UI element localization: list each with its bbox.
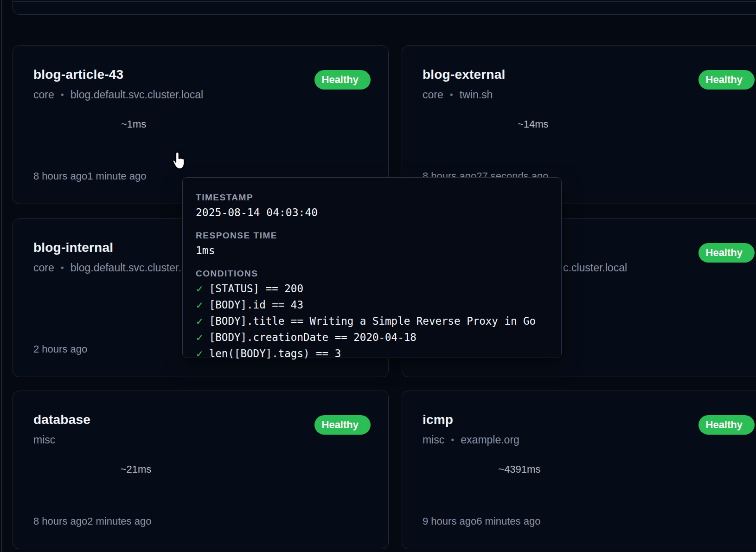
top-card-divider bbox=[13, 1, 756, 2]
condition-row: ✓[BODY].id == 43 bbox=[196, 299, 548, 315]
status-dashboard: { "page": { "bg": "#050911", "card_bg": … bbox=[0, 0, 756, 552]
endpoint-address: twin.sh bbox=[460, 89, 493, 101]
top-partial-card[interactable] bbox=[13, 0, 756, 15]
uptime-strip: ~1ms 8 hours ago 1 minute ago bbox=[33, 118, 146, 182]
uptime-bars bbox=[423, 135, 549, 166]
uptime-strip: ~4391ms 9 hours ago 6 minutes ago bbox=[423, 463, 540, 527]
condition-text: len([BODY].tags) == 3 bbox=[209, 347, 341, 359]
status-badge-label: Healthy bbox=[322, 74, 359, 86]
condition-row: ✓[STATUS] == 200 bbox=[196, 282, 548, 299]
endpoint-subtitle: misc • example.org bbox=[423, 434, 519, 446]
check-icon: ✓ bbox=[196, 300, 204, 311]
response-time-label bbox=[33, 291, 87, 303]
status-badge-label: Healthy bbox=[322, 419, 359, 431]
endpoint-address-fragment: c.cluster.local bbox=[563, 262, 627, 274]
condition-text: [BODY].creationDate == 2020-04-18 bbox=[209, 331, 416, 343]
endpoint-subtitle: core • twin.sh bbox=[423, 89, 493, 101]
status-badge: Healthy bbox=[314, 70, 371, 90]
status-badge-label: Healthy bbox=[706, 247, 743, 259]
footer-oldest-label: 2 hours ago bbox=[33, 343, 87, 355]
endpoint-title: blog-external bbox=[423, 67, 505, 82]
status-badge: Healthy bbox=[698, 415, 755, 435]
uptime-bars bbox=[423, 480, 540, 511]
endpoint-subtitle: core • blog.default.svc.cluster.local bbox=[33, 89, 203, 101]
endpoint-title: blog-article-43 bbox=[33, 67, 123, 82]
endpoint-subtitle: misc bbox=[33, 434, 55, 446]
status-badge-label: Healthy bbox=[706, 419, 743, 431]
status-badge-label: Healthy bbox=[706, 74, 743, 86]
footer-newest-label: 2 minutes ago bbox=[87, 515, 151, 527]
footer-newest-label: 6 minutes ago bbox=[476, 515, 540, 527]
status-badge: Healthy bbox=[314, 415, 371, 435]
endpoint-card[interactable]: database misc Healthy ~21ms 8 hours ago … bbox=[13, 391, 389, 549]
status-badge: Healthy bbox=[698, 70, 755, 90]
condition-text: [BODY].title == Writing a Simple Reverse… bbox=[209, 315, 536, 327]
subtitle-separator-icon: • bbox=[450, 90, 453, 100]
endpoint-group: misc bbox=[33, 434, 55, 446]
response-time-label: ~1ms bbox=[33, 118, 146, 130]
status-bar-tooltip: TIMESTAMP 2025-08-14 04:03:40 RESPONSE T… bbox=[182, 177, 562, 358]
condition-text: [BODY].id == 43 bbox=[209, 299, 303, 311]
uptime-strip: 2 hours ago bbox=[33, 291, 87, 355]
endpoint-group: misc bbox=[423, 434, 444, 446]
endpoint-group: core bbox=[33, 262, 54, 274]
status-badge: Healthy bbox=[698, 243, 755, 263]
footer-oldest-label: 9 hours ago bbox=[423, 515, 476, 527]
uptime-bars bbox=[33, 135, 146, 166]
uptime-footer: 9 hours ago 6 minutes ago bbox=[423, 515, 540, 527]
condition-row: ✓[BODY].title == Writing a Simple Revers… bbox=[196, 315, 548, 331]
uptime-bars bbox=[33, 308, 87, 339]
uptime-bars bbox=[33, 480, 151, 511]
response-time-label: ~4391ms bbox=[423, 463, 540, 475]
response-time-label: ~14ms bbox=[423, 118, 549, 130]
endpoint-title: blog-internal bbox=[33, 240, 113, 255]
check-icon: ✓ bbox=[196, 348, 204, 359]
subtitle-separator-icon: • bbox=[61, 90, 64, 100]
uptime-strip: ~21ms 8 hours ago 2 minutes ago bbox=[33, 463, 151, 527]
subtitle-separator-icon: • bbox=[61, 263, 64, 273]
endpoint-address: blog.default.svc.cluster.local bbox=[70, 89, 203, 101]
check-icon: ✓ bbox=[196, 316, 204, 327]
subtitle-separator-icon: • bbox=[451, 435, 454, 445]
tooltip-conditions-label: CONDITIONS bbox=[196, 269, 548, 279]
uptime-strip: ~14ms 8 hours ago 27 seconds ago bbox=[423, 118, 549, 182]
footer-oldest-label: 8 hours ago bbox=[33, 170, 87, 182]
check-icon: ✓ bbox=[196, 283, 204, 295]
endpoint-card[interactable]: icmp misc • example.org Healthy ~4391ms … bbox=[402, 391, 756, 549]
condition-row: ✓len([BODY].tags) == 3 bbox=[196, 347, 548, 364]
tooltip-response-time-label: RESPONSE TIME bbox=[196, 231, 548, 241]
hand-cursor-icon bbox=[171, 151, 188, 171]
uptime-footer: 8 hours ago 2 minutes ago bbox=[33, 515, 151, 527]
tooltip-response-time-value: 1ms bbox=[196, 244, 548, 257]
page-left-border bbox=[1, 0, 2, 552]
response-time-label: ~21ms bbox=[33, 463, 151, 475]
condition-text: [STATUS] == 200 bbox=[209, 282, 303, 295]
endpoint-group: core bbox=[423, 89, 443, 101]
uptime-footer: 8 hours ago 1 minute ago bbox=[33, 170, 146, 182]
tooltip-timestamp-value: 2025-08-14 04:03:40 bbox=[196, 206, 548, 218]
endpoint-title: database bbox=[33, 412, 90, 427]
endpoint-group: core bbox=[33, 89, 54, 101]
conditions-list: ✓[STATUS] == 200✓[BODY].id == 43✓[BODY].… bbox=[196, 282, 548, 364]
tooltip-timestamp-label: TIMESTAMP bbox=[196, 193, 548, 203]
endpoint-subtitle: core • blog.default.svc.cluster.local bbox=[33, 262, 203, 274]
check-icon: ✓ bbox=[196, 332, 204, 343]
footer-newest-label: 1 minute ago bbox=[87, 170, 146, 182]
condition-row: ✓[BODY].creationDate == 2020-04-18 bbox=[196, 331, 548, 347]
uptime-footer: 2 hours ago bbox=[33, 343, 87, 355]
endpoint-title: icmp bbox=[423, 412, 453, 427]
endpoint-address: example.org bbox=[461, 434, 519, 446]
footer-oldest-label: 8 hours ago bbox=[33, 515, 87, 527]
